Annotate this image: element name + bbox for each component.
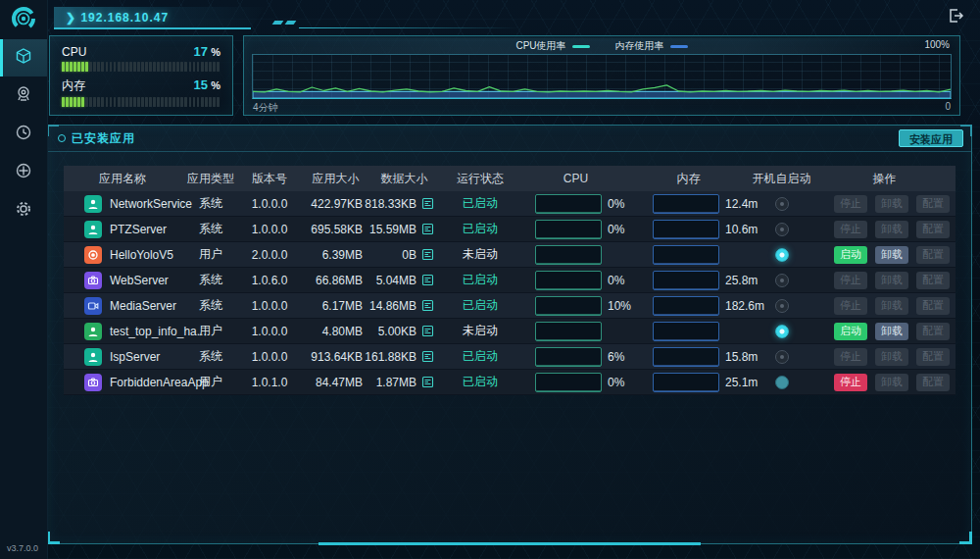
uninstall-button: 卸载 xyxy=(875,195,908,213)
app-size: 66.86MB xyxy=(299,274,372,287)
col-version: 版本号 xyxy=(240,171,299,187)
logout-icon[interactable] xyxy=(947,7,964,25)
app-type: 用户 xyxy=(181,323,240,339)
memory-limit-input[interactable] xyxy=(653,373,719,392)
clean-data-icon[interactable] xyxy=(421,274,434,286)
title-bullet-icon xyxy=(58,134,66,142)
row-actions: 停止卸载配置 xyxy=(813,348,956,366)
memory-limit-input[interactable] xyxy=(653,322,719,341)
sidebar-nav xyxy=(0,39,47,229)
clean-data-icon[interactable] xyxy=(421,376,434,388)
app-type: 系统 xyxy=(181,297,240,314)
autostart-toggle[interactable] xyxy=(775,248,789,262)
table-row: MediaServer 系统 1.0.0.0 6.17MB 14.86MB 已启… xyxy=(64,293,956,319)
sidebar-item-settings[interactable] xyxy=(0,192,47,229)
uninstall-button: 卸载 xyxy=(875,221,908,238)
data-size: 161.88KB xyxy=(365,350,416,364)
clean-data-icon[interactable] xyxy=(421,248,434,261)
app-type: 系统 xyxy=(181,195,240,212)
col-autostart: 开机自启动 xyxy=(750,171,813,187)
install-app-button[interactable]: 安装应用 xyxy=(899,129,963,147)
clean-data-icon[interactable] xyxy=(421,350,434,363)
autostart-toggle[interactable] xyxy=(775,350,789,364)
sidebar-item-calibration[interactable] xyxy=(0,154,47,191)
run-status: 已启动 xyxy=(436,221,524,237)
memory-limit-input[interactable] xyxy=(653,347,719,367)
stop-button[interactable]: 停止 xyxy=(834,374,867,391)
app-name: NetworkService xyxy=(110,197,192,211)
top-bar: ❯ 192.168.10.47 xyxy=(47,0,980,29)
app-type: 系统 xyxy=(181,272,240,288)
table-row: PTZServer 系统 1.0.0.0 695.58KB 15.59MB 已启… xyxy=(64,217,956,242)
row-actions: 启动卸载配置 xyxy=(813,246,956,264)
autostart-toggle[interactable] xyxy=(775,325,789,338)
cpu-limit-input[interactable] xyxy=(535,194,602,214)
legend-cpu-label: CPU使用率 xyxy=(515,39,565,53)
autostart-toggle[interactable] xyxy=(775,376,789,389)
y-axis-max-label: 100% xyxy=(924,39,950,50)
autostart-toggle[interactable] xyxy=(775,223,789,236)
user-app-icon xyxy=(84,348,102,366)
clean-data-icon[interactable] xyxy=(421,325,434,337)
sidebar-item-apps[interactable] xyxy=(0,39,47,76)
data-size: 818.33KB xyxy=(365,197,416,211)
col-app-type: 应用类型 xyxy=(181,171,240,187)
app-size: 695.58KB xyxy=(299,223,372,236)
memory-limit-input[interactable] xyxy=(653,220,719,239)
memory-gauge-bar xyxy=(62,97,220,107)
table-row: test_top_info_ha... 用户 1.0.0.0 4.80MB 5.… xyxy=(64,319,956,344)
config-button: 配置 xyxy=(916,348,950,366)
config-button: 配置 xyxy=(916,195,950,213)
legend-item-cpu: CPU使用率 xyxy=(515,39,589,53)
app-size: 6.39MB xyxy=(299,248,372,262)
clean-data-icon[interactable] xyxy=(421,197,434,210)
cpu-limit-input[interactable] xyxy=(535,220,602,239)
autostart-toggle[interactable] xyxy=(775,197,789,211)
col-memory: 内存 xyxy=(627,171,750,187)
app-version-number: 2.0.0.0 xyxy=(240,248,299,262)
cpu-gauge-value: 17 xyxy=(193,44,207,59)
autostart-toggle[interactable] xyxy=(775,274,789,287)
cube-icon xyxy=(15,47,32,69)
cpu-limit-input[interactable] xyxy=(535,296,602,316)
app-type: 系统 xyxy=(181,221,240,237)
sidebar-item-history[interactable] xyxy=(0,116,47,153)
uninstall-button[interactable]: 卸载 xyxy=(875,323,908,340)
app-name: PTZServer xyxy=(110,223,167,236)
cpu-limit-input[interactable] xyxy=(535,373,602,392)
apps-table-header: 应用名称 应用类型 版本号 应用大小 数据大小 运行状态 CPU 内存 开机自启… xyxy=(64,166,956,191)
memory-limit-input[interactable] xyxy=(653,194,719,214)
app-version-number: 1.0.0.0 xyxy=(240,197,299,211)
stop-button: 停止 xyxy=(834,272,867,289)
start-button[interactable]: 启动 xyxy=(834,246,867,264)
data-size: 5.00KB xyxy=(378,325,416,338)
cpu-usage-value: 6% xyxy=(608,350,624,364)
app-size: 6.17MB xyxy=(299,299,372,313)
cpu-usage-value: 0% xyxy=(608,197,624,211)
apps-table: 应用名称 应用类型 版本号 应用大小 数据大小 运行状态 CPU 内存 开机自启… xyxy=(64,166,956,395)
cpu-limit-input[interactable] xyxy=(535,245,602,265)
memory-limit-input[interactable] xyxy=(653,245,719,265)
memory-limit-input[interactable] xyxy=(653,271,719,290)
app-type: 用户 xyxy=(181,246,240,263)
run-status: 已启动 xyxy=(436,348,524,365)
uninstall-button[interactable]: 卸载 xyxy=(875,246,908,264)
start-button[interactable]: 启动 xyxy=(834,323,867,340)
autostart-toggle[interactable] xyxy=(775,299,789,313)
user-app-icon xyxy=(84,195,102,213)
target-app-icon xyxy=(84,246,102,264)
clean-data-icon[interactable] xyxy=(421,223,434,235)
x-axis-left-label: 4分钟 xyxy=(253,101,278,115)
clean-data-icon[interactable] xyxy=(421,299,434,312)
sidebar-item-camera[interactable] xyxy=(0,77,47,115)
clock-icon xyxy=(15,124,32,145)
cpu-limit-input[interactable] xyxy=(535,347,602,367)
cpu-limit-input[interactable] xyxy=(535,271,602,290)
memory-gauge-value: 15 xyxy=(193,77,207,92)
cpu-limit-input[interactable] xyxy=(535,322,602,341)
memory-limit-input[interactable] xyxy=(653,296,719,316)
row-actions: 停止卸载配置 xyxy=(813,297,956,315)
memory-gauge-label: 内存 xyxy=(62,77,85,94)
run-status: 未启动 xyxy=(436,246,524,263)
webcam-icon xyxy=(15,85,32,107)
